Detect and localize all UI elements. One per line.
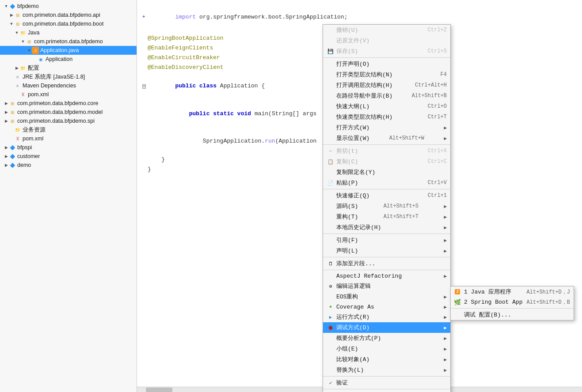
menu-item-coverage[interactable]: ● Coverage As ▶ bbox=[323, 302, 450, 312]
menu-item-open-decl[interactable]: 打开声明(O) bbox=[323, 59, 450, 69]
expand-arrow[interactable]: ▼ bbox=[14, 30, 19, 35]
expand-arrow[interactable]: ▶ bbox=[4, 145, 9, 150]
expand-arrow[interactable]: ▼ bbox=[4, 4, 9, 8]
menu-item-show-in[interactable]: 显示位置(W) Alt+Shift+W ▶ bbox=[323, 133, 450, 143]
menu-label: 添加至片段... bbox=[336, 260, 375, 268]
menu-label: AspectJ Refactoring bbox=[336, 273, 402, 279]
menu-shortcut: Alt+Shift+T bbox=[384, 214, 418, 220]
menu-item-quick-fix[interactable]: 快速修正(Q) Ctrl+1 bbox=[323, 190, 450, 201]
tree-item-pom1[interactable]: X pom.xml bbox=[0, 90, 137, 99]
tree-item-customer[interactable]: ▶ 🔷 customer bbox=[0, 152, 137, 161]
tree-item-api[interactable]: ▶ ⊞ com.primeton.data.bfpdemo.api bbox=[0, 11, 137, 19]
menu-item-run-as[interactable]: ▶ 运行方式(R) ▶ bbox=[323, 312, 450, 322]
tree-item-peizhi[interactable]: ▶ 📁 配置 bbox=[0, 64, 137, 72]
menu-item-team[interactable]: 小组(E) ▶ bbox=[323, 343, 450, 354]
menu-item-open-hierarchy[interactable]: 打开类型层次结构(N) F4 bbox=[323, 69, 450, 80]
tree-label: JRE 系统库 [JavaSE-1.8] bbox=[23, 73, 85, 81]
tree-item-core[interactable]: ▶ ⊞ com.primeton.data.bfpdemo.core bbox=[0, 99, 137, 108]
menu-label: 打开类型层次结构(N) bbox=[336, 71, 392, 79]
menu-label: EOS重构 bbox=[336, 293, 358, 301]
menu-item-aspectj[interactable]: AspectJ Refactoring ▶ bbox=[323, 271, 450, 281]
menu-item-undo[interactable]: 撤销(U) Ctrl+Z bbox=[323, 25, 450, 35]
tree-item-jre[interactable]: ≡ JRE 系统库 [JavaSE-1.8] bbox=[0, 72, 137, 81]
menu-item-declarations[interactable]: 声明(L) ▶ bbox=[323, 245, 450, 256]
menu-item-references[interactable]: 引用(F) ▶ bbox=[323, 235, 450, 245]
expand-arrow[interactable]: ▶ bbox=[4, 101, 9, 106]
menu-item-open-with[interactable]: 打开方式(W) ▶ bbox=[323, 122, 450, 133]
menu-item-compare[interactable]: 比较对象(A) ▶ bbox=[323, 354, 450, 365]
tree-item-model[interactable]: ▶ ⊞ com.primeton.data.bfpdemo.model bbox=[0, 108, 137, 117]
menu-shortcut: Ctrl+V bbox=[428, 180, 447, 186]
tree-item-pkg[interactable]: ▼ ⊞ com.primeton.data.bfpdemo bbox=[0, 37, 137, 46]
menu-label: 撤销(U) bbox=[336, 26, 358, 34]
expand-arrow[interactable]: ▶ bbox=[4, 154, 9, 158]
code-text: public static void main(String[] args bbox=[148, 100, 316, 128]
project-tree[interactable]: ▼ 🔷 bfpdemo ▶ ⊞ com.primeton.data.bfpdem… bbox=[0, 0, 137, 392]
code-text: @EnableDiscoveryClient bbox=[148, 63, 224, 72]
expand-arrow[interactable]: ▼ bbox=[27, 48, 32, 53]
menu-label: 粘贴(P) bbox=[336, 179, 358, 187]
menu-item-eos[interactable]: EOS重构 ▶ bbox=[323, 291, 450, 302]
menu-item-profile[interactable]: 概要分析方式(P) ▶ bbox=[323, 333, 450, 343]
tree-item-yewu[interactable]: 📁 业务资源 bbox=[0, 125, 137, 134]
menu-item-preferences[interactable] bbox=[323, 390, 450, 392]
tree-item-java-folder[interactable]: ▼ 📁 Java bbox=[0, 28, 137, 37]
menu-separator bbox=[323, 376, 450, 377]
tree-item-boot[interactable]: ▼ ⊞ com.primeton.data.bfpdemo.boot bbox=[0, 19, 137, 28]
tree-item-application[interactable]: ◉ Application bbox=[0, 55, 137, 64]
menu-item-copy[interactable]: 📋 复制(C) Ctrl+C bbox=[323, 156, 450, 167]
menu-item-copy-qualified[interactable]: 复制限定名(Y) bbox=[323, 167, 450, 177]
expand-arrow[interactable]: ▼ bbox=[9, 22, 14, 26]
submenu-item-debug-config[interactable]: 调试 配置(B)... bbox=[451, 309, 574, 320]
submenu-label: 调试 配置(B)... bbox=[464, 311, 511, 319]
menu-item-save[interactable]: 💾 保存(S) Ctrl+S bbox=[323, 46, 450, 57]
tree-label: bfpdemo bbox=[17, 3, 39, 9]
project-icon: 🔷 bbox=[9, 153, 16, 160]
menu-item-paste[interactable]: 📄 粘贴(P) Ctrl+V bbox=[323, 177, 450, 188]
menu-item-show-nav[interactable]: 在路径导航中显示(B) Alt+Shift+B bbox=[323, 90, 450, 101]
menu-item-quick-hierarchy[interactable]: 快速类型层次结构(H) Ctrl+T bbox=[323, 112, 450, 122]
menu-item-source[interactable]: 源码(S) Alt+Shift+S ▶ bbox=[323, 201, 450, 211]
menu-item-add-snippet[interactable]: 🗒 添加至片段... bbox=[323, 258, 450, 269]
submenu-label: 2 Spring Boot App bbox=[464, 299, 523, 305]
menu-item-refactor[interactable]: 重构(T) Alt+Shift+T ▶ bbox=[323, 211, 450, 222]
tree-item-pom2[interactable]: X pom.xml bbox=[0, 134, 137, 143]
menu-item-validate[interactable]: ✓ 验证 bbox=[323, 377, 450, 388]
tree-item-maven[interactable]: ≡ Maven Dependencies bbox=[0, 81, 137, 90]
menu-shortcut: Ctrl+C bbox=[428, 158, 447, 165]
menu-label: 快速类型层次结构(H) bbox=[336, 113, 392, 121]
menu-label: 保存(S) bbox=[336, 47, 358, 55]
menu-item-local-history[interactable]: 本地历史记录(H) ▶ bbox=[323, 222, 450, 233]
code-text: SpringApplication.run(Application bbox=[148, 128, 316, 155]
menu-item-quick-outline[interactable]: 快速大纲(L) Ctrl+O bbox=[323, 101, 450, 112]
menu-label: 验证 bbox=[336, 379, 348, 387]
menu-item-open-call-hierarchy[interactable]: 打开调用层次结构(H) Ctrl+Alt+H bbox=[323, 80, 450, 90]
submenu-item-java-app[interactable]: J 1 Java 应用程序 Alt+Shift+D，J bbox=[451, 286, 574, 297]
expand-arrow[interactable]: ▶ bbox=[4, 163, 9, 167]
menu-item-edit-logic[interactable]: ⚙ 编辑运算逻辑 bbox=[323, 281, 450, 291]
scrollbar-thumb[interactable] bbox=[146, 388, 172, 392]
menu-item-replace[interactable]: 替换为(L) ▶ bbox=[323, 365, 450, 375]
menu-label: 重构(T) bbox=[336, 213, 358, 221]
tree-item-bfpspi[interactable]: ▶ 🔷 bfpspi bbox=[0, 143, 137, 152]
menu-shortcut: Ctrl+T bbox=[428, 114, 447, 120]
expand-arrow[interactable]: ▼ bbox=[20, 39, 26, 44]
menu-item-debug-as[interactable]: 🐞 调试方式(D) ▶ bbox=[323, 322, 450, 333]
menu-item-cut[interactable]: ✂ 剪切(t) Ctrl+X bbox=[323, 146, 450, 156]
code-editor[interactable]: + import org.springframework.boot.Spring… bbox=[137, 0, 582, 392]
menu-separator bbox=[323, 389, 450, 389]
submenu-item-spring-boot[interactable]: 🌿 2 Spring Boot App Alt+Shift+D，B bbox=[451, 297, 574, 307]
menu-label: 编辑运算逻辑 bbox=[336, 282, 371, 290]
expand-arrow[interactable]: ▶ bbox=[4, 110, 9, 114]
menu-item-restore[interactable]: 还原文件(V) bbox=[323, 35, 450, 46]
tree-item-spi[interactable]: ▶ ⊞ com.primeton.data.bfpdemo.spi bbox=[0, 117, 137, 125]
tree-item-bfpdemo[interactable]: ▼ 🔷 bfpdemo bbox=[0, 2, 137, 11]
tree-item-demo[interactable]: ▶ 🔷 demo bbox=[0, 161, 137, 170]
gutter-minus[interactable]: − bbox=[142, 84, 146, 89]
tree-item-appjava[interactable]: ▼ J Application.java bbox=[0, 46, 137, 55]
code-text: } bbox=[148, 155, 165, 165]
expand-arrow[interactable]: ▶ bbox=[9, 13, 14, 17]
cut-icon: ✂ bbox=[327, 147, 335, 155]
expand-arrow[interactable]: ▶ bbox=[4, 119, 9, 123]
expand-arrow[interactable]: ▶ bbox=[14, 66, 19, 70]
